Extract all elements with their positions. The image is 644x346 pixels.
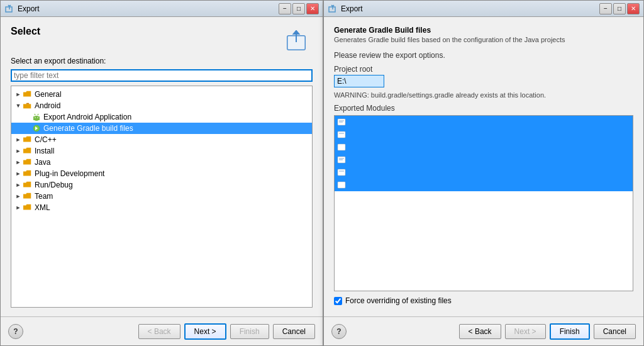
svg-rect-20 (338, 131, 345, 138)
left-minimize-btn[interactable]: − (279, 3, 291, 14)
tree-container[interactable]: ► General ▼ (11, 86, 313, 308)
toggle-java[interactable]: ► (14, 159, 23, 165)
section-desc: Generates Gradle build files based on th… (334, 36, 633, 43)
left-dialog-footer: ? < Back Next > Finish Cancel (1, 316, 323, 345)
tree-label-java: Java (35, 158, 50, 167)
left-dialog-content: Select Select an export destination: typ… (1, 17, 323, 316)
tree-item-install[interactable]: ► Install (11, 145, 312, 157)
module-item-1[interactable] (335, 116, 633, 128)
toggle-xml[interactable]: ► (14, 204, 23, 211)
gradle-icon (31, 123, 42, 133)
toggle-cpp[interactable]: ► (14, 137, 23, 143)
folder-install-icon (23, 146, 33, 156)
tree-label-install: Install (35, 147, 54, 155)
tree-item-general[interactable]: ► General (11, 89, 312, 100)
module-item-2[interactable] (335, 128, 633, 141)
toggle-rundebug[interactable]: ► (14, 182, 23, 188)
toggle-general[interactable]: ► (14, 91, 23, 98)
force-override-label[interactable]: Force overriding of existing files (345, 296, 452, 305)
right-dialog: Export − □ ✕ Generate Gradle Build files… (323, 0, 644, 346)
tree-item-plugin[interactable]: ► Plug-in Development (11, 168, 312, 179)
tree-label-team: Team (35, 192, 53, 201)
tree-item-android[interactable]: ▼ Android (11, 100, 312, 111)
left-dialog-title: Export (18, 4, 275, 13)
module-icon-2 (337, 130, 347, 140)
export-titlebar-icon (4, 4, 14, 14)
left-title-bar: Export − □ ✕ (1, 1, 323, 17)
filter-input[interactable]: type filter text (11, 69, 313, 82)
svg-rect-28 (338, 182, 345, 188)
tree-item-gradle[interactable]: Generate Gradle build files (11, 123, 312, 134)
folder-xml-icon (23, 203, 33, 213)
right-maximize-btn[interactable]: □ (613, 3, 626, 14)
right-dialog-content: Generate Gradle Build files Generates Gr… (324, 17, 643, 316)
toggle-team[interactable]: ► (14, 193, 23, 199)
svg-point-12 (35, 117, 36, 118)
left-close-btn[interactable]: ✕ (306, 3, 319, 14)
module-item-3[interactable] (335, 141, 633, 153)
right-close-btn[interactable]: ✕ (627, 3, 640, 14)
right-next-button[interactable]: Next > (505, 324, 546, 339)
folder-cpp-icon (23, 135, 33, 145)
tree-item-rundebug[interactable]: ► Run/Debug (11, 179, 312, 191)
svg-point-13 (37, 117, 38, 118)
toggle-plugin[interactable]: ► (14, 170, 23, 177)
force-override-checkbox[interactable] (334, 297, 342, 305)
export-icon (285, 27, 313, 57)
tree-label-rundebug: Run/Debug (35, 181, 73, 189)
right-export-icon (328, 4, 338, 14)
svg-line-9 (35, 114, 35, 115)
svg-rect-15 (329, 7, 335, 12)
module-item-4[interactable] (335, 153, 633, 166)
right-title-buttons: − □ ✕ (599, 3, 640, 14)
left-back-button[interactable]: < Back (138, 324, 180, 339)
left-content-area: Select Select an export destination: typ… (11, 26, 313, 308)
module-icon-3 (337, 142, 347, 152)
right-finish-button[interactable]: Finish (550, 323, 590, 340)
toggle-android[interactable]: ▼ (14, 103, 23, 109)
svg-rect-0 (6, 7, 12, 12)
tree-label-plugin: Plug-in Development (35, 169, 104, 178)
module-item-5[interactable] (335, 166, 633, 179)
right-title-bar: Export − □ ✕ (324, 1, 643, 17)
tree-item-cpp[interactable]: ► C/C++ (11, 134, 312, 145)
right-help-button[interactable]: ? (331, 324, 347, 339)
tree-label-xml: XML (35, 203, 50, 212)
svg-line-10 (38, 114, 38, 115)
page-title: Select (11, 26, 40, 37)
force-override-row: Force overriding of existing files (334, 296, 633, 305)
tree-item-team[interactable]: ► Team (11, 191, 312, 202)
right-minimize-btn[interactable]: − (599, 3, 612, 14)
tree-label-cpp: C/C++ (35, 135, 57, 144)
tree-item-java[interactable]: ► Java (11, 157, 312, 168)
folder-plugin-icon (23, 169, 33, 179)
section-title: Generate Gradle Build files (334, 26, 633, 35)
left-help-button[interactable]: ? (8, 324, 23, 339)
folder-java-icon (23, 157, 33, 167)
module-icon-1 (337, 117, 347, 127)
left-cancel-button[interactable]: Cancel (273, 324, 315, 339)
left-next-button[interactable]: Next > (184, 323, 226, 340)
tree-label-general: General (35, 90, 62, 99)
module-item-6[interactable] (335, 179, 633, 191)
svg-rect-11 (33, 116, 40, 120)
tree-label-export-android: Export Android Application (43, 113, 131, 121)
modules-list[interactable] (334, 115, 633, 291)
folder-android-icon (23, 101, 33, 111)
android-app-icon (31, 112, 42, 122)
right-cancel-button[interactable]: Cancel (594, 324, 636, 339)
select-label: Select an export destination: (11, 57, 313, 65)
project-root-group: Project root (334, 65, 633, 87)
project-root-input[interactable] (334, 75, 384, 87)
svg-rect-22 (338, 144, 345, 150)
toggle-install[interactable]: ► (14, 148, 23, 154)
tree-item-export-android[interactable]: Export Android Application (11, 111, 312, 123)
right-back-button[interactable]: < Back (459, 324, 501, 339)
review-text: Please review the export options. (334, 51, 633, 60)
module-icon-6 (337, 180, 347, 190)
svg-rect-26 (338, 169, 345, 176)
tree-label-gradle: Generate Gradle build files (43, 124, 133, 133)
left-finish-button[interactable]: Finish (230, 324, 269, 339)
tree-item-xml[interactable]: ► XML (11, 202, 312, 213)
left-maximize-btn[interactable]: □ (292, 3, 305, 14)
